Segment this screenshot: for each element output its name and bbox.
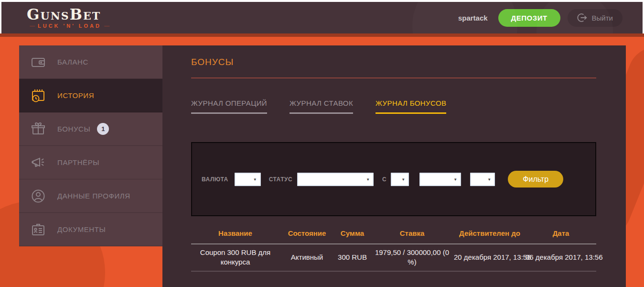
id-card-icon <box>30 221 47 238</box>
from-month-select[interactable] <box>419 173 461 186</box>
title-divider <box>191 77 596 78</box>
currency-label: ВАЛЮТА <box>202 176 228 183</box>
col-header-wager: Ставка <box>370 229 454 237</box>
cell-name: Coupon 300 RUB для конкурса <box>191 248 279 267</box>
from-date-label: С <box>382 176 386 183</box>
bonus-count-badge: 1 <box>97 123 109 135</box>
col-header-date: Дата <box>526 229 596 237</box>
bonuses-table: Название Состояние Сумма Ставка Действит… <box>191 224 596 272</box>
cell-state: Активный <box>279 253 334 262</box>
filter-button[interactable]: Фильтр <box>508 171 563 188</box>
user-icon <box>30 188 47 204</box>
sidebar-item-balance[interactable]: БАЛАНС <box>19 45 162 79</box>
megaphone-icon <box>30 155 47 171</box>
tab-bonuses-journal[interactable]: ЖУРНАЛ БОНУСОВ <box>376 99 446 114</box>
header-decoration <box>412 2 517 33</box>
header-bottom-strip <box>0 33 644 37</box>
cell-wager: 1979,50 / 300000,00 (0 %) <box>370 248 454 267</box>
cell-valid-until: 20 декабря 2017, 13:56 <box>454 253 526 262</box>
sidebar-item-partners[interactable]: ПАРТНЁРЫ <box>19 146 162 179</box>
sidebar: БАЛАНС ИСТОРИЯ <box>19 45 162 246</box>
sidebar-item-history[interactable]: ИСТОРИЯ <box>19 79 162 112</box>
wallet-icon <box>30 54 47 70</box>
tab-operations-journal[interactable]: ЖУРНАЛ ОПЕРАЦИЙ <box>191 99 267 114</box>
header-decoration <box>537 2 613 33</box>
currency-select[interactable] <box>235 173 261 186</box>
page: GUNSBET —LUCK 'N' LOAD— spartack ДЕПОЗИТ… <box>0 0 644 287</box>
brand-tagline: —LUCK 'N' LOAD— <box>27 23 112 29</box>
from-year-select[interactable] <box>470 173 495 186</box>
table-header-row: Название Состояние Сумма Ставка Действит… <box>191 224 596 243</box>
sidebar-item-label: ДОКУМЕНТЫ <box>57 225 106 233</box>
col-header-amount: Сумма <box>334 229 370 237</box>
sidebar-item-label: ДАННЫЕ ПРОФИЛЯ <box>57 192 130 200</box>
sidebar-item-label: ПАРТНЁРЫ <box>57 158 99 166</box>
from-day-select[interactable] <box>391 173 409 186</box>
col-header-name: Название <box>191 229 279 237</box>
main-panel: БОНУСЫ ЖУРНАЛ ОПЕРАЦИЙ ЖУРНАЛ СТАВОК ЖУР… <box>162 45 626 287</box>
sidebar-item-bonuses[interactable]: БОНУСЫ 1 <box>19 112 162 146</box>
brand-name: GUNSBET <box>27 7 112 22</box>
status-select[interactable] <box>297 173 374 186</box>
col-header-valid-until: Действителен до <box>454 229 526 237</box>
sidebar-item-label: ИСТОРИЯ <box>57 91 94 99</box>
cell-date: 06 декабря 2017, 13:56 <box>526 253 596 262</box>
sidebar-item-profile[interactable]: ДАННЫЕ ПРОФИЛЯ <box>19 179 162 213</box>
tab-bets-journal[interactable]: ЖУРНАЛ СТАВОК <box>290 99 353 114</box>
gift-icon <box>30 121 47 137</box>
sidebar-item-documents[interactable]: ДОКУМЕНТЫ <box>19 213 162 246</box>
col-header-state: Состояние <box>279 229 334 237</box>
sidebar-item-label: БОНУСЫ <box>57 125 90 133</box>
top-header: GUNSBET —LUCK 'N' LOAD— spartack ДЕПОЗИТ… <box>1 2 643 33</box>
filter-panel: ВАЛЮТА СТАТУС С Фильтр <box>191 142 596 216</box>
journal-tabs: ЖУРНАЛ ОПЕРАЦИЙ ЖУРНАЛ СТАВОК ЖУРНАЛ БОН… <box>191 99 596 114</box>
sidebar-item-label: БАЛАНС <box>57 58 88 66</box>
calendar-icon <box>30 88 47 104</box>
page-title: БОНУСЫ <box>191 57 596 67</box>
table-row-divider <box>191 271 596 272</box>
gunsbet-logo[interactable]: GUNSBET —LUCK 'N' LOAD— <box>27 7 112 29</box>
cell-amount: 300 RUB <box>334 253 370 262</box>
table-row: Coupon 300 RUB для конкурса Активный 300… <box>191 244 596 271</box>
status-label: СТАТУС <box>269 176 292 183</box>
